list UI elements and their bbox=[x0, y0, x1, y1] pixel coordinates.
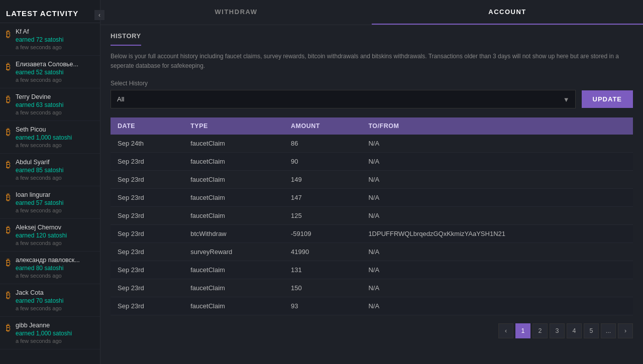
update-button[interactable]: UPDATE bbox=[582, 90, 633, 108]
activity-earned: earned 85 satoshi bbox=[16, 167, 63, 174]
cell-type: faucetClaim bbox=[183, 135, 284, 153]
cell-tofrom: N/A bbox=[361, 243, 633, 261]
bitcoin-icon: ₿ bbox=[6, 94, 11, 105]
activity-earned: earned 57 satoshi bbox=[16, 199, 63, 206]
page-4-button[interactable]: 4 bbox=[567, 323, 582, 338]
cell-tofrom: 1DPUFFRWQLbrqedzGQxKkmizYAaYSH1N21 bbox=[361, 225, 633, 243]
activity-earned: earned 52 satoshi bbox=[16, 69, 78, 76]
cell-amount: -59109 bbox=[284, 225, 361, 243]
cell-amount: 131 bbox=[284, 261, 361, 279]
history-tab-label: HISTORY bbox=[111, 25, 141, 46]
activity-earned: earned 120 satoshi bbox=[16, 232, 67, 239]
tab-account[interactable]: ACCOUNT bbox=[372, 0, 643, 25]
activity-earned: earned 1,000 satoshi bbox=[16, 330, 72, 337]
prev-page-button[interactable]: ‹ bbox=[498, 323, 513, 338]
bitcoin-icon: ₿ bbox=[6, 127, 11, 138]
cell-date: Sep 23rd bbox=[111, 225, 183, 243]
bitcoin-icon: ₿ bbox=[6, 225, 11, 235]
table-row: Sep 23rd faucetClaim 149 N/A bbox=[111, 171, 633, 189]
activity-item: ₿ Seth Picou earned 1,000 satoshi a few … bbox=[0, 121, 100, 154]
activity-earned: earned 63 satoshi bbox=[16, 101, 63, 108]
cell-type: faucetClaim bbox=[183, 171, 284, 189]
cell-amount: 86 bbox=[284, 135, 361, 153]
next-page-button[interactable]: › bbox=[618, 323, 633, 338]
pagination: ‹ 1 2 3 4 5 ... › bbox=[111, 323, 633, 338]
table-row: Sep 23rd faucetClaim 93 N/A bbox=[111, 297, 633, 315]
activity-info: Jack Cota earned 70 satoshi a few second… bbox=[16, 289, 63, 311]
cell-type: faucetClaim bbox=[183, 189, 284, 207]
cell-amount: 150 bbox=[284, 279, 361, 297]
cell-amount: 90 bbox=[284, 153, 361, 171]
cell-date: Sep 23rd bbox=[111, 297, 183, 315]
activity-list: ₿ Kf Af earned 72 satoshi a few seconds … bbox=[0, 23, 100, 349]
cell-tofrom: N/A bbox=[361, 207, 633, 225]
activity-name: Abdul Syarif bbox=[16, 159, 63, 166]
cell-amount: 41990 bbox=[284, 243, 361, 261]
activity-earned: earned 70 satoshi bbox=[16, 297, 63, 304]
activity-item: ₿ Terry Devine earned 63 satoshi a few s… bbox=[0, 88, 100, 121]
history-table: DATE TYPE AMOUNT TO/FROM Sep 24th faucet… bbox=[111, 117, 633, 315]
sidebar-title: LATEST ACTIVITY bbox=[0, 0, 100, 23]
table-header: DATE TYPE AMOUNT TO/FROM bbox=[111, 117, 633, 135]
activity-time: a few seconds ago bbox=[16, 338, 72, 344]
activity-item: ₿ александр павловск... earned 80 satosh… bbox=[0, 252, 100, 284]
page-5-button[interactable]: 5 bbox=[584, 323, 599, 338]
activity-time: a few seconds ago bbox=[16, 240, 67, 246]
cell-type: btcWithdraw bbox=[183, 225, 284, 243]
cell-type: faucetClaim bbox=[183, 261, 284, 279]
tab-withdraw[interactable]: WITHDRAW bbox=[100, 0, 372, 25]
col-amount: AMOUNT bbox=[284, 117, 361, 135]
cell-tofrom: N/A bbox=[361, 297, 633, 315]
activity-item: ₿ Ioan lingurar earned 57 satoshi a few … bbox=[0, 186, 100, 219]
activity-earned: earned 80 satoshi bbox=[16, 265, 80, 272]
cell-amount: 147 bbox=[284, 189, 361, 207]
col-date: DATE bbox=[111, 117, 183, 135]
main-content: WITHDRAW ACCOUNT HISTORY Below is your f… bbox=[100, 0, 643, 364]
cell-tofrom: N/A bbox=[361, 279, 633, 297]
page-2-button[interactable]: 2 bbox=[532, 323, 548, 338]
activity-earned: earned 1,000 satoshi bbox=[16, 134, 72, 141]
cell-date: Sep 24th bbox=[111, 135, 183, 153]
table-row: Sep 23rd faucetClaim 90 N/A bbox=[111, 153, 633, 171]
page-1-button[interactable]: 1 bbox=[515, 323, 530, 338]
activity-item: ₿ Aleksej Chernov earned 120 satoshi a f… bbox=[0, 219, 100, 252]
page-ellipsis: ... bbox=[601, 323, 616, 338]
cell-type: faucetClaim bbox=[183, 207, 284, 225]
activity-time: a few seconds ago bbox=[16, 273, 80, 279]
cell-date: Sep 23rd bbox=[111, 243, 183, 261]
activity-time: a few seconds ago bbox=[16, 109, 63, 115]
activity-time: a few seconds ago bbox=[16, 44, 63, 50]
collapse-sidebar-button[interactable]: ‹ bbox=[94, 10, 104, 20]
cell-date: Sep 23rd bbox=[111, 261, 183, 279]
select-wrapper: All faucetClaim btcWithdraw surveyReward… bbox=[111, 90, 576, 108]
activity-info: Kf Af earned 72 satoshi a few seconds ag… bbox=[16, 28, 63, 50]
history-description: Below is your full account history inclu… bbox=[111, 52, 633, 71]
content-area: HISTORY Below is your full account histo… bbox=[100, 25, 643, 364]
page-3-button[interactable]: 3 bbox=[550, 323, 565, 338]
history-select[interactable]: All faucetClaim btcWithdraw surveyReward bbox=[111, 90, 576, 108]
table-row: Sep 23rd surveyReward 41990 N/A bbox=[111, 243, 633, 261]
col-tofrom: TO/FROM bbox=[361, 117, 633, 135]
activity-time: a few seconds ago bbox=[16, 175, 63, 181]
activity-name: александр павловск... bbox=[16, 257, 80, 264]
activity-info: Елизавета Соловье... earned 52 satoshi a… bbox=[16, 61, 78, 83]
table-row: Sep 23rd faucetClaim 125 N/A bbox=[111, 207, 633, 225]
activity-info: Ioan lingurar earned 57 satoshi a few se… bbox=[16, 191, 63, 213]
bitcoin-icon: ₿ bbox=[6, 192, 11, 203]
bitcoin-icon: ₿ bbox=[6, 29, 11, 40]
cell-date: Sep 23rd bbox=[111, 171, 183, 189]
cell-tofrom: N/A bbox=[361, 261, 633, 279]
select-history-label: Select History bbox=[111, 80, 633, 87]
activity-info: Abdul Syarif earned 85 satoshi a few sec… bbox=[16, 159, 63, 181]
activity-name: Kf Af bbox=[16, 28, 63, 35]
activity-name: Елизавета Соловье... bbox=[16, 61, 78, 68]
sidebar: LATEST ACTIVITY ₿ Kf Af earned 72 satosh… bbox=[0, 0, 100, 364]
activity-time: a few seconds ago bbox=[16, 77, 78, 83]
activity-name: gibb Jeanne bbox=[16, 322, 72, 329]
cell-tofrom: N/A bbox=[361, 189, 633, 207]
activity-item: ₿ Abdul Syarif earned 85 satoshi a few s… bbox=[0, 154, 100, 186]
cell-date: Sep 23rd bbox=[111, 279, 183, 297]
table-header-row: DATE TYPE AMOUNT TO/FROM bbox=[111, 117, 633, 135]
activity-info: Terry Devine earned 63 satoshi a few sec… bbox=[16, 93, 63, 115]
table-body: Sep 24th faucetClaim 86 N/A Sep 23rd fau… bbox=[111, 135, 633, 315]
